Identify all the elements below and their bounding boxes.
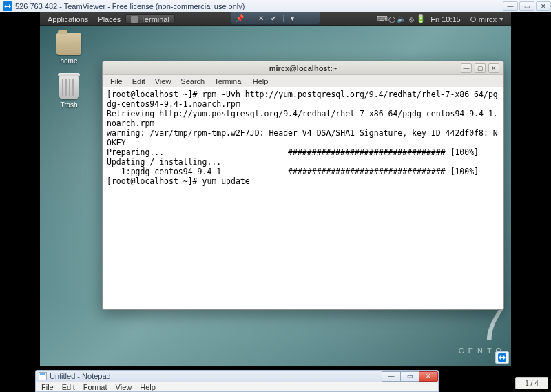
notepad-menu-file[interactable]: File [37, 383, 58, 391]
terminal-titlebar[interactable]: mircx@localhost:~ — ▢ ✕ [103, 61, 503, 75]
keyboard-indicator[interactable]: ⌨ [377, 14, 387, 23]
notepad-menu-format[interactable]: Format [79, 383, 112, 391]
terminal-title: mircx@localhost:~ [103, 64, 503, 72]
notepad-menu-view[interactable]: View [112, 383, 136, 391]
notepad-maximize-button[interactable]: ▭ [400, 371, 419, 382]
places-menu[interactable]: Places [93, 15, 125, 23]
trash-icon [59, 76, 79, 99]
teamviewer-widget-icon[interactable] [495, 351, 509, 364]
volume-indicator[interactable]: 🔈 [397, 14, 406, 23]
terminal-menu-edit[interactable]: Edit [127, 77, 150, 85]
desktop-trash-label: Trash [52, 101, 85, 109]
taskbar-terminal[interactable]: Terminal [125, 14, 175, 24]
notepad-icon [39, 372, 47, 380]
tv-check-icon[interactable]: ✔ [271, 14, 276, 22]
desktop-home-icon[interactable]: home [52, 33, 85, 65]
teamviewer-titlebar: 526 763 482 - TeamViewer - Free license … [0, 0, 551, 12]
terminal-window: mircx@localhost:~ — ▢ ✕ File Edit View S… [102, 61, 504, 310]
teamviewer-close-button[interactable]: ✕ [536, 1, 551, 11]
notepad-window: Untitled - Notepad — ▭ ✕ File Edit Forma… [35, 370, 439, 392]
page-counter: 1 / 4 [515, 377, 548, 389]
notepad-title: Untitled - Notepad [50, 372, 111, 380]
user-menu[interactable]: mircx [466, 15, 508, 23]
teamviewer-session-toolbar[interactable]: 📌 ✕ ✔ ▾ [231, 12, 320, 25]
teamviewer-minimize-button[interactable]: — [503, 1, 518, 11]
chevron-down-icon [499, 18, 503, 21]
terminal-task-icon [131, 16, 138, 23]
accessibility-indicator[interactable]: ◯ [387, 16, 397, 23]
letterbox-right [511, 12, 551, 392]
terminal-menubar: File Edit View Search Terminal Help [103, 75, 503, 87]
teamviewer-logo-icon [3, 1, 12, 11]
battery-indicator[interactable]: 🔋 [416, 14, 426, 23]
notepad-menubar: File Edit Format View Help [35, 382, 439, 392]
terminal-menu-file[interactable]: File [105, 77, 127, 85]
terminal-menu-help[interactable]: Help [248, 77, 273, 85]
notepad-titlebar[interactable]: Untitled - Notepad — ▭ ✕ [35, 370, 439, 382]
clock[interactable]: Fri 10:15 [426, 15, 465, 23]
tv-pin-icon[interactable]: 📌 [236, 14, 244, 22]
notepad-menu-help[interactable]: Help [136, 383, 160, 391]
network-indicator[interactable]: ⎋ [406, 15, 416, 23]
terminal-minimize-button[interactable]: — [461, 63, 472, 73]
notepad-menu-edit[interactable]: Edit [58, 383, 79, 391]
tv-chevron-down-icon[interactable]: ▾ [291, 14, 294, 22]
desktop-trash-icon[interactable]: Trash [52, 76, 85, 109]
letterbox-left [0, 12, 40, 392]
remote-desktop: Applications Places Terminal ⌨ ◯ 🔈 ⎋ 🔋 F… [40, 12, 511, 366]
terminal-menu-view[interactable]: View [150, 77, 176, 85]
terminal-menu-search[interactable]: Search [176, 77, 209, 85]
terminal-output[interactable]: [root@localhost ~]# rpm -Uvh http://yum.… [103, 87, 503, 309]
teamviewer-maximize-button[interactable]: ▭ [519, 1, 534, 11]
user-avatar-icon [470, 17, 476, 22]
tv-cross-icon[interactable]: ✕ [258, 14, 264, 22]
centos-watermark: 7 CENTO [459, 304, 506, 355]
applications-menu[interactable]: Applications [43, 15, 93, 23]
desktop-home-label: home [52, 57, 85, 65]
folder-icon [56, 33, 81, 55]
terminal-close-button[interactable]: ✕ [488, 63, 499, 73]
notepad-minimize-button[interactable]: — [382, 371, 401, 382]
terminal-maximize-button[interactable]: ▢ [475, 63, 486, 73]
notepad-close-button[interactable]: ✕ [419, 371, 438, 382]
terminal-menu-terminal[interactable]: Terminal [209, 77, 248, 85]
teamviewer-title: 526 763 482 - TeamViewer - Free license … [15, 2, 245, 10]
